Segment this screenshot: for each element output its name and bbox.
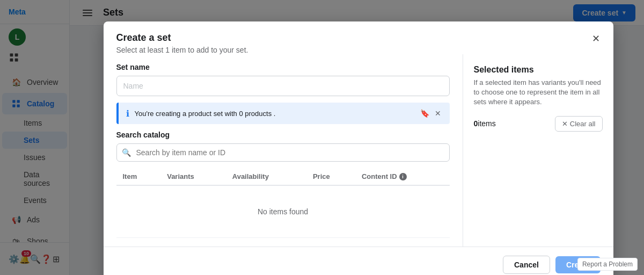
- info-banner-actions: 🔖 ✕: [419, 108, 442, 119]
- modal-header: Create a set Select at least 1 item to a…: [104, 21, 613, 54]
- modal-right-panel: Selected items If a selected item has va…: [463, 54, 613, 247]
- info-icon: ℹ: [126, 108, 129, 119]
- close-info-button[interactable]: ✕: [434, 108, 442, 119]
- x-icon: ✕: [562, 120, 568, 128]
- clear-all-label: Clear all: [570, 120, 596, 128]
- selected-count-row: 0items ✕ Clear all: [474, 116, 603, 132]
- items-table-area: Item Variants Availability Price Content…: [116, 168, 450, 238]
- cancel-button[interactable]: Cancel: [503, 256, 550, 274]
- selected-count-suffix: items: [478, 119, 495, 128]
- col-item: Item: [116, 168, 161, 185]
- info-banner: ℹ You're creating a product set with 0 p…: [116, 103, 450, 124]
- modal-left-panel: Set name ℹ You're creating a product set…: [104, 54, 463, 247]
- modal-container: Create a set Select at least 1 item to a…: [72, 11, 644, 275]
- set-name-label: Set name: [116, 63, 450, 71]
- col-variants: Variants: [160, 168, 226, 185]
- table-header-row: Item Variants Availability Price Content…: [116, 168, 450, 185]
- selected-items-desc: If a selected item has variants you'll n…: [474, 78, 603, 107]
- content-id-label: Content ID: [362, 172, 397, 180]
- search-catalog-box: 🔍: [116, 143, 450, 162]
- selected-count: 0items: [474, 119, 496, 128]
- items-table: Item Variants Availability Price Content…: [116, 168, 450, 238]
- search-catalog-input[interactable]: [116, 143, 450, 162]
- col-price: Price: [306, 168, 355, 185]
- selected-items-title: Selected items: [474, 65, 603, 75]
- clear-all-button[interactable]: ✕ Clear all: [555, 116, 603, 132]
- info-banner-text: You're creating a product set with 0 pro…: [135, 110, 414, 118]
- content-id-info-icon: i: [399, 173, 407, 180]
- bookmark-icon[interactable]: 🔖: [419, 108, 430, 119]
- modal-body: Set name ℹ You're creating a product set…: [104, 54, 613, 247]
- report-problem-link[interactable]: Report a Problem: [577, 258, 638, 271]
- no-items-message: No items found: [116, 185, 450, 238]
- modal-subtitle: Select at least 1 item to add to your se…: [116, 46, 601, 54]
- create-set-modal: Create a set Select at least 1 item to a…: [104, 21, 613, 275]
- col-content-id: Content ID i: [355, 168, 450, 185]
- no-items-row: No items found: [116, 185, 450, 238]
- search-icon: 🔍: [122, 148, 131, 157]
- modal-close-button[interactable]: ✕: [588, 30, 605, 47]
- set-name-input[interactable]: [116, 76, 450, 96]
- col-availability: Availability: [226, 168, 306, 185]
- modal-title: Create a set: [116, 32, 601, 44]
- modal-footer: Cancel Create: [104, 247, 613, 275]
- search-catalog-label: Search catalog: [116, 131, 450, 139]
